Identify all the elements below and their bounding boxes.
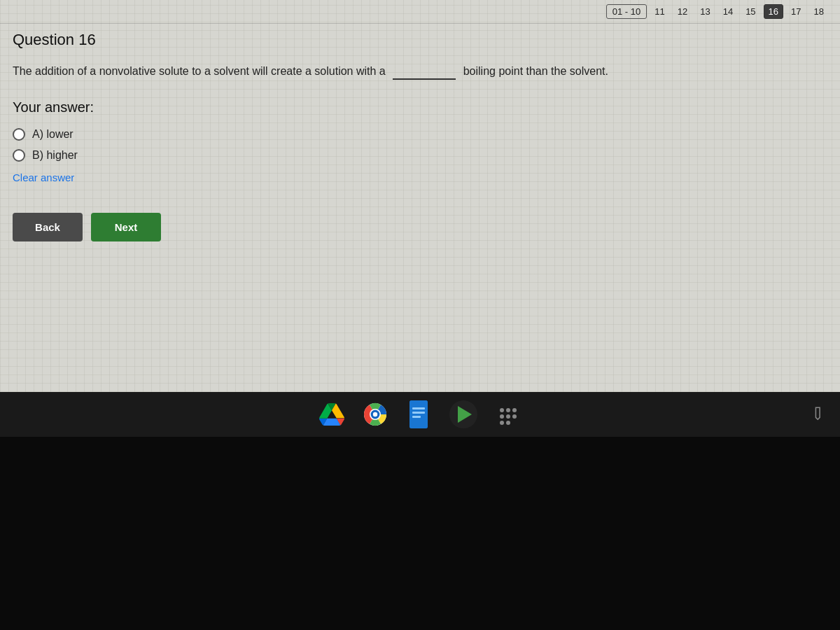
taskbar	[0, 392, 840, 437]
nav-item-15[interactable]: 15	[741, 4, 760, 19]
quiz-area: 01 - 10 11 12 13 14 15 16 17 18 Question…	[0, 0, 840, 392]
question-text-after: boiling point than the solvent.	[463, 65, 608, 77]
option-b-label: B) higher	[32, 149, 78, 162]
nav-item-18[interactable]: 18	[809, 4, 829, 19]
question-blank	[393, 62, 456, 80]
svg-rect-6	[412, 407, 425, 410]
question-title: Question 16	[13, 31, 823, 49]
svg-point-3	[373, 412, 377, 416]
back-button[interactable]: Back	[13, 213, 83, 241]
google-chrome-icon[interactable]	[361, 400, 389, 428]
nav-item-17[interactable]: 17	[786, 4, 806, 19]
svg-point-14	[512, 414, 517, 419]
play-triangle	[458, 406, 472, 423]
option-a-label: A) lower	[32, 128, 74, 141]
svg-point-16	[506, 421, 510, 425]
svg-rect-5	[410, 400, 428, 428]
svg-point-11	[512, 408, 517, 412]
bottom-black-area	[0, 437, 840, 630]
radio-a[interactable]	[13, 128, 25, 141]
next-button[interactable]: Next	[91, 213, 161, 241]
button-row: Back Next	[13, 213, 823, 241]
svg-rect-8	[412, 416, 421, 418]
files-icon[interactable]	[403, 399, 434, 430]
answer-options: A) lower B) higher	[13, 128, 823, 162]
google-drive-icon[interactable]	[316, 399, 347, 430]
clear-answer-link[interactable]: Clear answer	[13, 172, 74, 183]
option-b[interactable]: B) higher	[13, 149, 823, 162]
question-text: The addition of a nonvolative solute to …	[13, 62, 823, 80]
nav-item-11[interactable]: 11	[650, 4, 669, 19]
svg-point-12	[500, 414, 504, 419]
option-a[interactable]: A) lower	[13, 128, 823, 141]
nav-item-13[interactable]: 13	[695, 4, 715, 19]
keyboard-icon[interactable]	[493, 399, 524, 430]
svg-point-15	[500, 421, 504, 425]
svg-point-10	[506, 408, 510, 412]
question-text-before: The addition of a nonvolative solute to …	[13, 65, 386, 77]
svg-point-9	[500, 408, 504, 412]
svg-point-13	[506, 414, 510, 419]
radio-b[interactable]	[13, 149, 25, 162]
your-answer-label: Your answer:	[13, 99, 823, 115]
nav-item-12[interactable]: 12	[673, 4, 692, 19]
play-icon[interactable]	[448, 399, 479, 430]
svg-rect-7	[412, 412, 425, 414]
nav-item-16[interactable]: 16	[764, 4, 783, 19]
nav-item-14[interactable]: 14	[718, 4, 738, 19]
question-nav: 01 - 10 11 12 13 14 15 16 17 18	[0, 0, 840, 23]
quiz-content: Question 16 The addition of a nonvolativ…	[0, 24, 840, 248]
nav-range[interactable]: 01 - 10	[606, 4, 647, 19]
